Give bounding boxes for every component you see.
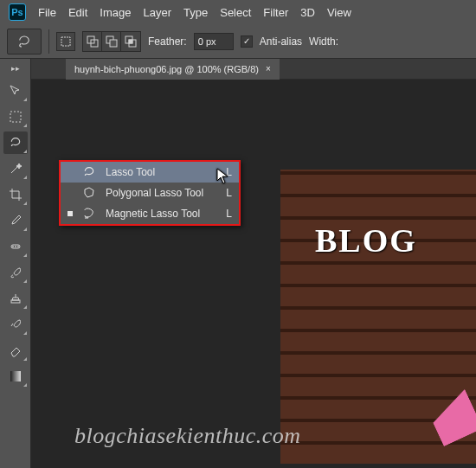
canvas-area[interactable]: BLOG — [31, 80, 476, 468]
polygonal-lasso-icon — [82, 186, 96, 200]
flyout-item-label: Lasso Tool — [106, 166, 209, 178]
svg-rect-7 — [129, 40, 132, 43]
feather-input[interactable] — [194, 33, 234, 50]
menu-filter[interactable]: Filter — [263, 6, 288, 19]
flyout-lasso-tool[interactable]: Lasso Tool L — [61, 162, 239, 183]
history-brush-icon — [9, 317, 23, 331]
svg-point-11 — [15, 247, 16, 247]
menu-edit[interactable]: Edit — [68, 6, 87, 19]
brush-icon — [9, 266, 23, 279]
svg-point-12 — [17, 247, 18, 247]
toolbox: ▸▸ — [0, 59, 31, 468]
flyout-item-key: L — [218, 208, 232, 220]
antialias-label: Anti-alias — [260, 35, 302, 48]
app-logo: Ps — [9, 3, 26, 21]
crop-icon — [9, 188, 23, 202]
document-image: BLOG — [280, 170, 476, 464]
healing-icon — [9, 240, 23, 253]
flyout-polygonal-lasso-tool[interactable]: Polygonal Lasso Tool L — [61, 183, 239, 203]
feather-label: Feather: — [148, 35, 187, 48]
gradient-icon — [9, 369, 23, 383]
menu-bar: Ps File Edit Image Layer Type Select Fil… — [0, 0, 476, 24]
lasso-tool[interactable] — [3, 131, 28, 154]
eraser-tool[interactable] — [3, 339, 28, 362]
current-tool-indicator[interactable] — [7, 29, 42, 54]
divider — [48, 29, 49, 54]
options-bar: Feather: ✓ Anti-alias Width: — [0, 24, 476, 59]
move-icon — [9, 84, 23, 98]
eraser-icon — [9, 343, 23, 357]
svg-rect-13 — [11, 300, 20, 303]
menu-select[interactable]: Select — [220, 6, 251, 19]
marquee-tool[interactable] — [3, 106, 28, 128]
selection-add-button[interactable] — [83, 32, 102, 51]
svg-rect-4 — [110, 40, 117, 47]
close-icon[interactable]: × — [266, 64, 271, 74]
eyedropper-icon — [9, 214, 23, 228]
menu-type[interactable]: Type — [183, 6, 208, 19]
brush-tool[interactable] — [3, 261, 28, 284]
watermark-text: blogchiasekienthuc.com — [74, 423, 301, 449]
selection-subtract-button[interactable] — [102, 32, 121, 51]
document-tab[interactable]: huynh-bich-phuong06.jpg @ 100% (RGB/8) × — [66, 59, 280, 80]
flyout-item-label: Polygonal Lasso Tool — [106, 187, 209, 199]
selection-intersect-button[interactable] — [121, 32, 140, 51]
menu-view[interactable]: View — [327, 6, 351, 19]
magic-wand-tool[interactable] — [3, 157, 28, 180]
svg-rect-8 — [10, 112, 21, 122]
tab-title: huynh-bich-phuong06.jpg @ 100% (RGB/8) — [74, 64, 259, 74]
flyout-item-key: L — [218, 187, 232, 199]
clone-stamp-tool[interactable] — [3, 287, 28, 310]
svg-rect-0 — [61, 37, 70, 46]
selection-subtract-icon — [105, 35, 119, 48]
tab-strip: huynh-bich-phuong06.jpg @ 100% (RGB/8) × — [31, 59, 476, 80]
selection-intersect-icon — [124, 35, 138, 48]
menu-file[interactable]: File — [38, 6, 56, 19]
move-tool[interactable] — [3, 80, 28, 102]
antialias-checkbox[interactable]: ✓ — [241, 35, 253, 48]
svg-point-10 — [12, 247, 13, 247]
magnetic-lasso-icon — [82, 207, 96, 221]
flyout-magnetic-lasso-tool[interactable]: Magnetic Lasso Tool L — [61, 203, 239, 224]
workspace: huynh-bich-phuong06.jpg @ 100% (RGB/8) ×… — [31, 59, 476, 468]
crop-tool[interactable] — [3, 183, 28, 206]
menu-layer[interactable]: Layer — [144, 6, 172, 19]
mouse-cursor — [216, 168, 230, 185]
selection-new-icon — [59, 35, 73, 48]
marquee-icon — [9, 110, 23, 124]
lasso-icon — [82, 165, 96, 179]
menu-3d[interactable]: 3D — [300, 6, 315, 19]
clone-stamp-icon — [9, 292, 23, 305]
selection-mode-group — [82, 31, 141, 52]
selection-new-button[interactable] — [56, 32, 75, 51]
lasso-flyout-menu: Lasso Tool L Polygonal Lasso Tool L Magn… — [59, 160, 241, 226]
blog-text: BLOG — [315, 221, 417, 260]
current-indicator — [68, 170, 73, 175]
lasso-icon — [9, 136, 23, 150]
healing-brush-tool[interactable] — [3, 235, 28, 258]
history-brush-tool[interactable] — [3, 313, 28, 336]
lasso-icon — [16, 34, 32, 49]
selection-add-icon — [86, 35, 100, 48]
cursor-icon — [216, 168, 230, 185]
toolbox-expand-icon[interactable]: ▸▸ — [9, 64, 23, 73]
magic-wand-icon — [9, 162, 23, 176]
svg-rect-14 — [10, 371, 21, 381]
current-indicator — [68, 190, 73, 196]
current-indicator — [68, 211, 73, 216]
width-label: Width: — [309, 35, 338, 48]
flyout-item-label: Magnetic Lasso Tool — [106, 208, 209, 220]
menu-image[interactable]: Image — [100, 6, 131, 19]
eyedropper-tool[interactable] — [3, 209, 28, 232]
gradient-tool[interactable] — [3, 365, 28, 388]
